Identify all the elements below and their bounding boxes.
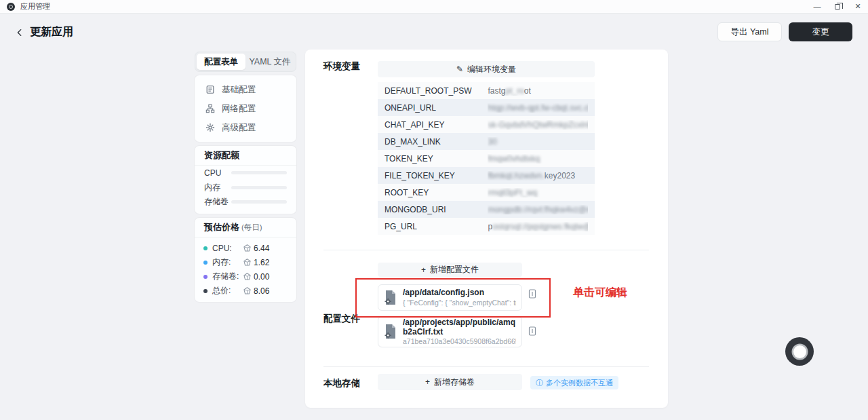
network-icon bbox=[205, 104, 215, 114]
quota-bar-track bbox=[231, 171, 287, 174]
redacted-value: mongpdb://rqvt:fhqkw4vz@mgqdb.lqst:2701.… bbox=[488, 205, 588, 214]
env-row: PG_URL postqrsql://pqstgnws:fkqtw@pg.lqs… bbox=[378, 218, 595, 235]
env-value: fastgpt_root bbox=[488, 86, 588, 96]
trash-icon bbox=[528, 326, 536, 336]
config-file-item-json[interactable]: /app/data/config.json { "FeConfig": { "s… bbox=[378, 284, 522, 311]
env-key: ONEAPI_URL bbox=[384, 103, 488, 113]
restore-window-icon bbox=[835, 4, 840, 9]
env-row: CHAT_API_KEY sk-GqvbdVhQtwRmkpZcxlnDyfjL… bbox=[378, 116, 595, 133]
quota-rows: CPU 内存 存储卷 bbox=[195, 166, 296, 210]
tab-config-form[interactable]: 配置表单 bbox=[197, 54, 245, 70]
config-file-item-txt[interactable]: /app/projects/app/public/amqb2aClrf.txt … bbox=[378, 316, 522, 347]
quota-row: 存储卷 bbox=[195, 195, 296, 210]
price-row: 总价: 8.06 bbox=[195, 284, 296, 298]
quota-row: CPU bbox=[195, 166, 296, 180]
redacted-value: fbmkqt.hzwdvn. bbox=[488, 171, 544, 180]
add-storage-volume-button[interactable]: + 新增存储卷 bbox=[378, 374, 522, 390]
config-file-name: /app/projects/app/public/amqb2aClrf.txt bbox=[403, 318, 516, 337]
env-value: sk-GqvbdVhQtwRmkpZcxlnDyfjLbsaTe8vKq4Hxw bbox=[488, 120, 588, 130]
price-rows: CPU: 6.44 内存: 1.62 存储卷: 0.00 bbox=[195, 237, 296, 298]
file-gear-icon bbox=[384, 324, 397, 340]
plus-icon: + bbox=[425, 377, 430, 387]
back-chevron-icon bbox=[15, 28, 24, 37]
env-row: TOKEN_KEY fmqw0vhdtxkq bbox=[378, 150, 595, 167]
assistive-circle-icon bbox=[793, 345, 806, 358]
floating-assistive-button[interactable] bbox=[785, 337, 814, 366]
add-config-file-button[interactable]: + 新增配置文件 bbox=[378, 263, 522, 277]
estimated-price-card: 预估价格 (每日) CPU: 6.44 内存: 1.62 存储卷: bbox=[195, 218, 296, 302]
nav-item-label: 高级配置 bbox=[222, 122, 256, 134]
env-key: DEFAULT_ROOT_PSW bbox=[384, 86, 488, 96]
config-file-preview: { "FeConfig": { "show_emptyChat": true, … bbox=[403, 299, 516, 307]
config-files-section-title: 配置文件 bbox=[323, 313, 360, 325]
coin-icon bbox=[243, 287, 251, 294]
quota-bar-track bbox=[231, 186, 287, 189]
resource-quota-card: 资源配额 CPU 内存 存储卷 bbox=[195, 146, 296, 214]
section-divider bbox=[323, 366, 649, 367]
env-value: 30 bbox=[488, 137, 588, 147]
delete-config-file-button[interactable] bbox=[527, 326, 538, 337]
env-row: ROOT_KEY rmqtl3pFt_wq bbox=[378, 184, 595, 201]
price-row: CPU: 6.44 bbox=[195, 241, 296, 255]
env-key: PG_URL bbox=[384, 222, 488, 231]
back-button[interactable] bbox=[14, 26, 26, 39]
minimize-button[interactable]: — bbox=[807, 0, 827, 14]
env-row: MONGODB_URI mongpdb://rqvt:fhqkw4vz@mgqd… bbox=[378, 201, 595, 218]
page-title: 更新应用 bbox=[30, 25, 73, 39]
quota-bar-track bbox=[231, 200, 287, 204]
price-color-dot bbox=[203, 289, 208, 293]
price-row: 内存: 1.62 bbox=[195, 255, 296, 269]
storage-note-badge: ⓘ 多个实例数据不互通 bbox=[530, 376, 618, 389]
env-row: FILE_TOKEN_KEY fbmkqt.hzwdvn.key2023 bbox=[378, 167, 595, 184]
delete-config-file-button[interactable] bbox=[527, 288, 538, 299]
annotation-text: 单击可编辑 bbox=[573, 286, 627, 300]
env-key: CHAT_API_KEY bbox=[384, 120, 488, 130]
window-controls: — ✕ bbox=[807, 0, 868, 14]
plus-icon: + bbox=[421, 265, 426, 275]
price-color-dot bbox=[203, 261, 208, 265]
nav-item-advanced-config[interactable]: 高级配置 bbox=[195, 118, 296, 137]
env-table: DEFAULT_ROOT_PSW fastgpt_root ONEAPI_URL… bbox=[378, 82, 595, 235]
env-key: TOKEN_KEY bbox=[384, 154, 488, 164]
page-header: 更新应用 导出 Yaml 变更 bbox=[0, 14, 868, 51]
env-value: fmqw0vhdtxkq bbox=[488, 154, 588, 164]
window-titlebar: 应用管理 — ✕ bbox=[0, 0, 868, 14]
config-mode-tabs: 配置表单 YAML 文件 bbox=[195, 52, 296, 72]
redacted-value: pt_ro bbox=[505, 86, 524, 96]
env-section-title: 环境变量 bbox=[323, 60, 360, 73]
coin-icon bbox=[243, 244, 251, 252]
close-button[interactable]: ✕ bbox=[848, 0, 868, 14]
env-value: postqrsql://pqstgnws:fkqtw@pg.lqsv:5432.… bbox=[488, 222, 588, 231]
redacted-value: htqp://wvb-qpt.fw-cbqt.svc.clgstor.lq:30… bbox=[488, 103, 588, 113]
window-title: 应用管理 bbox=[20, 1, 50, 12]
config-file-name: /app/data/config.json bbox=[403, 288, 516, 298]
pencil-icon: ✎ bbox=[456, 64, 463, 74]
coin-icon bbox=[243, 259, 251, 266]
env-key: FILE_TOKEN_KEY bbox=[384, 171, 488, 180]
resource-quota-title: 资源配额 bbox=[195, 146, 296, 166]
nav-item-basic-config[interactable]: 基础配置 bbox=[195, 80, 296, 99]
env-key: DB_MAX_LINK bbox=[384, 137, 488, 147]
price-color-dot bbox=[203, 275, 208, 279]
env-row: DEFAULT_ROOT_PSW fastgpt_root bbox=[378, 82, 595, 99]
tab-yaml-file[interactable]: YAML 文件 bbox=[245, 54, 294, 70]
redacted-value: ostqrsql://pqstgnws:fkqtw@pg.lqsv:5432..… bbox=[492, 222, 588, 231]
apply-change-button[interactable]: 变更 bbox=[789, 22, 852, 41]
env-row: DB_MAX_LINK 30 bbox=[378, 133, 595, 150]
restore-button[interactable] bbox=[827, 0, 848, 14]
gear-icon bbox=[205, 123, 215, 133]
price-subtitle: (每日) bbox=[241, 223, 262, 233]
edit-env-button[interactable]: ✎ 编辑环境变量 bbox=[378, 61, 595, 77]
update-app-form-panel: 环境变量 ✎ 编辑环境变量 DEFAULT_ROOT_PSW fastgpt_r… bbox=[305, 50, 668, 408]
local-storage-section-title: 本地存储 bbox=[323, 377, 360, 389]
nav-item-network-config[interactable]: 网络配置 bbox=[195, 99, 296, 118]
env-value: htqp://wvb-qpt.fw-cbqt.svc.clgstor.lq:30… bbox=[488, 103, 588, 113]
nav-item-label: 网络配置 bbox=[222, 103, 256, 115]
redacted-value: sk-GqvbdVhQtwRmkpZcxlnDyfjLbsaTe8vKq4Hxw bbox=[488, 120, 588, 130]
export-yaml-button[interactable]: 导出 Yaml bbox=[717, 22, 782, 41]
redacted-value: 30 bbox=[488, 137, 496, 147]
section-divider bbox=[323, 250, 649, 250]
estimated-price-title: 预估价格 (每日) bbox=[195, 218, 296, 237]
price-color-dot bbox=[203, 246, 208, 250]
quota-row: 内存 bbox=[195, 180, 296, 195]
